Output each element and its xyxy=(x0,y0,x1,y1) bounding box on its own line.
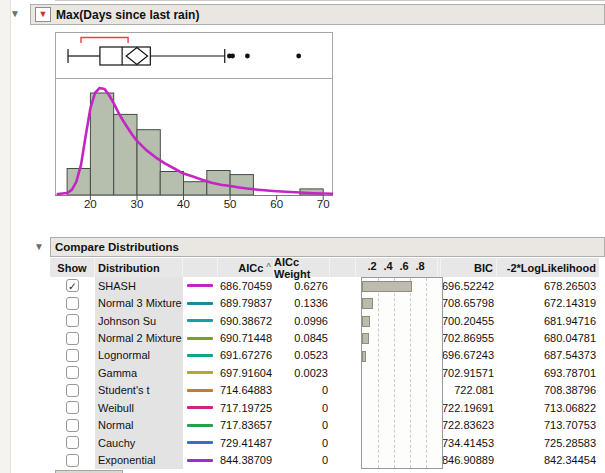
cell-aicc-weight: 0.0023 xyxy=(274,364,330,381)
column-header-aicc[interactable]: AICc ^ xyxy=(218,258,274,277)
column-header-distribution[interactable]: Distribution xyxy=(95,258,183,277)
weight-axis-tick-label: .4 xyxy=(383,260,392,272)
cell-bic: 722.19691 xyxy=(441,399,497,416)
distribution-color-swatch xyxy=(187,424,213,427)
cell-aicc: 717.19725 xyxy=(218,399,274,416)
weight-plot-gridline xyxy=(378,278,379,468)
x-axis-tick-label: 30 xyxy=(131,198,144,210)
distribution-color-swatch xyxy=(187,441,213,444)
cell-loglikelihood: 713.06822 xyxy=(497,399,599,416)
cell-aicc-weight: 0.0845 xyxy=(274,329,330,346)
table-row: Cauchy729.414870734.41453725.28583 xyxy=(50,434,599,451)
cell-distribution-name: SHASH xyxy=(95,277,183,294)
weight-axis-tick-label: .6 xyxy=(399,260,408,272)
table-row: Lognormal691.672760.0523696.67243687.543… xyxy=(50,347,599,364)
outlier-point xyxy=(245,54,250,59)
show-checkbox[interactable] xyxy=(66,384,79,397)
outline-title-distribution: Max(Days since last rain) xyxy=(56,8,199,22)
column-header-bic[interactable]: BIC xyxy=(441,258,497,277)
histogram-with-fit-curve xyxy=(55,79,333,201)
cell-loglikelihood: 687.54373 xyxy=(497,347,599,364)
cell-distribution-name: Student's t xyxy=(95,382,183,399)
cell-aicc-weight: 0.1336 xyxy=(274,294,330,311)
table-row: Student's t714.648830722.081708.38796 xyxy=(50,382,599,399)
distribution-outline-bar: ▼ Max(Days since last rain) xyxy=(30,4,605,25)
cell-aicc: 690.71448 xyxy=(218,329,274,346)
table-row: Normal 2 Mixture690.714480.0845702.86955… xyxy=(50,329,599,346)
weight-plot-gridline xyxy=(410,278,411,468)
distribution-color-swatch xyxy=(187,319,213,322)
distribution-color-swatch xyxy=(187,406,213,409)
distribution-color-swatch xyxy=(187,284,213,287)
column-header-weight-plot: .2.4.6.8 xyxy=(356,258,438,277)
cell-aicc: 717.83657 xyxy=(218,417,274,434)
red-triangle-menu-button[interactable]: ▼ xyxy=(35,7,51,22)
column-header-show[interactable]: Show xyxy=(50,258,95,277)
cell-bic: 734.41453 xyxy=(441,434,497,451)
aicc-weight-bar xyxy=(362,351,366,362)
outline-title-compare: Compare Distributions xyxy=(55,241,179,253)
disclosure-triangle-icon-distribution[interactable]: ▼ xyxy=(10,9,20,19)
x-axis-tick-label: 20 xyxy=(84,198,97,210)
table-header-row: Show Distribution AICc ^ AICc Weight .2.… xyxy=(50,258,599,277)
cell-aicc-weight: 0 xyxy=(274,417,330,434)
cell-distribution-name: Johnson Su xyxy=(95,312,183,329)
cell-aicc-weight: 0 xyxy=(274,434,330,451)
distribution-color-swatch xyxy=(187,389,213,392)
show-checkbox[interactable] xyxy=(66,436,79,449)
disclosure-triangle-icon-compare[interactable]: ▼ xyxy=(34,242,44,252)
show-checkbox[interactable] xyxy=(66,454,79,467)
show-checkbox[interactable] xyxy=(66,401,79,414)
cell-distribution-name: Normal 3 Mixture xyxy=(95,294,183,311)
window-top-edge xyxy=(55,0,605,1)
row-spacer xyxy=(330,399,356,416)
row-spacer xyxy=(330,417,356,434)
aicc-weight-bar xyxy=(362,281,412,292)
cell-bic: 700.20455 xyxy=(441,312,497,329)
show-checkbox[interactable] xyxy=(66,314,79,327)
cell-distribution-name: Normal 2 Mixture xyxy=(95,329,183,346)
cell-aicc: 690.38672 xyxy=(218,312,274,329)
show-checkbox[interactable] xyxy=(66,349,79,362)
row-spacer xyxy=(330,451,356,468)
show-checkbox[interactable] xyxy=(66,419,79,432)
mean-confidence-diamond xyxy=(126,48,147,65)
aicc-weight-plot xyxy=(361,277,443,469)
sort-ascending-icon: ^ xyxy=(266,262,271,273)
cell-bic: 846.90889 xyxy=(441,451,497,468)
cell-loglikelihood: 708.38796 xyxy=(497,382,599,399)
show-checkbox[interactable] xyxy=(66,332,79,345)
row-spacer xyxy=(330,329,356,346)
x-axis-tick-label: 60 xyxy=(270,198,283,210)
row-spacer xyxy=(330,382,356,399)
histogram-panel xyxy=(55,79,333,201)
table-row: Weibull717.197250722.19691713.06822 xyxy=(50,399,599,416)
show-checkbox[interactable] xyxy=(66,297,79,310)
cell-aicc-weight: 0.0523 xyxy=(274,347,330,364)
cell-aicc: 714.64883 xyxy=(218,382,274,399)
cell-distribution-name: Exponential xyxy=(95,451,183,468)
table-row: Johnson Su690.386720.0996700.20455681.94… xyxy=(50,312,599,329)
column-header-loglikelihood[interactable]: -2*LogLikelihood xyxy=(497,258,599,277)
weight-axis-tick-label: .8 xyxy=(415,260,424,272)
compare-outline-bar: Compare Distributions xyxy=(50,237,605,257)
cell-aicc: 689.79837 xyxy=(218,294,274,311)
table-row: ✓SHASH686.704590.6276696.52242678.26503 xyxy=(50,277,599,294)
show-checkbox[interactable] xyxy=(66,366,79,379)
cell-loglikelihood: 672.14319 xyxy=(497,294,599,311)
aicc-weight-bar xyxy=(362,333,369,344)
cell-aicc-weight: 0 xyxy=(274,451,330,468)
row-spacer xyxy=(330,312,356,329)
distribution-color-swatch xyxy=(187,302,213,305)
cell-loglikelihood: 680.04781 xyxy=(497,329,599,346)
column-header-aicc-weight[interactable]: AICc Weight xyxy=(274,258,330,277)
cell-bic: 722.83623 xyxy=(441,417,497,434)
table-row: Normal717.836570722.83623713.70753 xyxy=(50,417,599,434)
red-triangle-icon: ▼ xyxy=(39,10,48,19)
cell-aicc-weight: 0 xyxy=(274,399,330,416)
x-axis-tick-label: 70 xyxy=(317,198,330,210)
cell-bic: 722.081 xyxy=(441,382,497,399)
cell-distribution-name: Normal xyxy=(95,417,183,434)
distribution-table-body: ✓SHASH686.704590.6276696.52242678.26503N… xyxy=(50,277,599,469)
show-checkbox[interactable]: ✓ xyxy=(66,279,79,292)
